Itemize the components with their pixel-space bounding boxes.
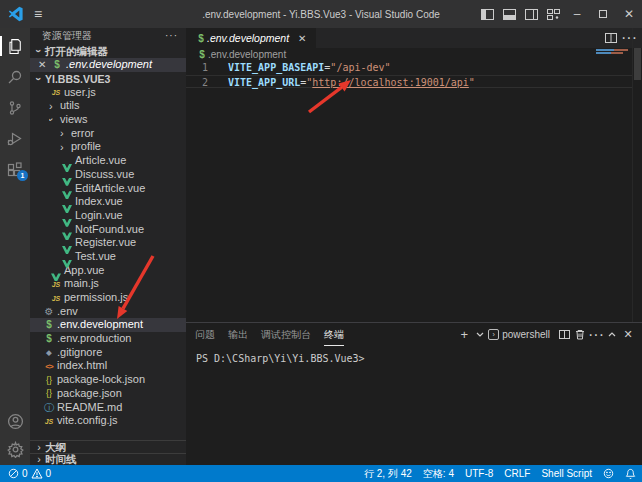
explorer-icon[interactable]: [0, 34, 30, 58]
close-icon[interactable]: ✕: [298, 33, 306, 44]
tab-env-development[interactable]: .env.development ✕: [186, 28, 316, 48]
file-name: permission.js: [64, 291, 128, 305]
outline-section[interactable]: › 大纲: [30, 440, 186, 453]
tree-item[interactable]: error: [30, 127, 186, 141]
line-number: 1: [186, 61, 208, 75]
sidebar-more-icon[interactable]: ···: [165, 28, 178, 44]
file-name: profile: [71, 140, 101, 154]
source-control-icon[interactable]: [0, 96, 30, 120]
tree-item[interactable]: user.js: [30, 86, 186, 100]
tree-item[interactable]: permission.js: [30, 291, 186, 305]
panel-tab[interactable]: 调试控制台: [261, 323, 311, 346]
split-editor-icon[interactable]: [602, 29, 620, 47]
tree-item[interactable]: vite.config.js: [30, 414, 186, 428]
toggle-secondary-sidebar-icon[interactable]: [520, 0, 542, 28]
account-icon[interactable]: [0, 409, 30, 433]
tree-item[interactable]: Index.vue: [30, 195, 186, 209]
tree-item[interactable]: EditArticle.vue: [30, 182, 186, 196]
cursor-position[interactable]: 行 2, 列 42: [364, 467, 412, 481]
powershell-icon: ›: [488, 329, 499, 340]
file-name: Test.vue: [75, 250, 116, 264]
feedback-icon[interactable]: [603, 468, 614, 479]
notifications-bell-icon[interactable]: [625, 468, 636, 480]
problems-status[interactable]: 0 0: [8, 468, 51, 479]
close-icon[interactable]: ✕: [38, 58, 50, 72]
file-icon: [42, 373, 56, 388]
terminal[interactable]: PS D:\CSharp\Yi\Yi.BBS.Vue3>: [196, 346, 632, 465]
tree-item[interactable]: package-lock.json: [30, 373, 186, 387]
toggle-sidebar-icon[interactable]: [476, 0, 498, 28]
chevron-right-icon: ›: [33, 441, 45, 454]
code-token: VITE_APP_BASEAPI: [228, 62, 324, 73]
shell-name[interactable]: powershell: [502, 329, 550, 340]
tree-item[interactable]: App.vue: [30, 264, 186, 278]
bottom-panel: 问题 输出 调试控制台 终端 + › powershell: [186, 322, 642, 465]
tree-item[interactable]: .env: [30, 305, 186, 319]
file-name: Discuss.vue: [75, 168, 134, 182]
toggle-panel-icon[interactable]: [498, 0, 520, 28]
panel-tab[interactable]: 输出: [228, 323, 248, 346]
panel-more-icon[interactable]: ···: [588, 323, 604, 346]
extensions-icon[interactable]: 1: [0, 158, 30, 182]
new-terminal-icon[interactable]: +: [456, 323, 472, 346]
minimize-button[interactable]: –: [564, 0, 590, 28]
open-editors-header[interactable]: 打开的编辑器: [30, 44, 186, 58]
tree-item[interactable]: Register.vue: [30, 236, 186, 250]
tree-item[interactable]: views: [30, 113, 186, 127]
close-panel-icon[interactable]: ✕: [620, 323, 636, 346]
open-editor-item[interactable]: ✕ .env.development: [30, 58, 186, 72]
tree-item[interactable]: profile: [30, 140, 186, 154]
settings-gear-icon[interactable]: [0, 437, 30, 461]
file-name: Index.vue: [75, 195, 123, 209]
breadcrumb-item[interactable]: .env.development: [208, 49, 286, 60]
kill-terminal-icon[interactable]: [572, 323, 588, 346]
tree-item[interactable]: Discuss.vue: [30, 168, 186, 182]
timeline-section[interactable]: › 时间线: [30, 453, 186, 466]
file-name: vite.config.js: [57, 414, 118, 428]
language-mode[interactable]: Shell Script: [541, 468, 592, 479]
terminal-dropdown-icon[interactable]: [472, 323, 488, 346]
tree-item[interactable]: NotFound.vue: [30, 223, 186, 237]
editor-scrollbar[interactable]: [632, 28, 642, 322]
encoding[interactable]: UTF-8: [465, 468, 493, 479]
tree-item[interactable]: Login.vue: [30, 209, 186, 223]
tree-item[interactable]: index.html: [30, 359, 186, 373]
search-icon[interactable]: [0, 65, 30, 89]
code-editor[interactable]: 1VITE_APP_BASEAPI="/api-dev"2VITE_APP_UR…: [186, 61, 632, 88]
eol-sequence[interactable]: CRLF: [504, 468, 530, 479]
code-line[interactable]: 2VITE_APP_URL="http://localhost:19001/ap…: [186, 75, 632, 89]
close-button[interactable]: ✕: [616, 0, 642, 28]
file-name: Register.vue: [75, 236, 136, 250]
tree-item[interactable]: README.md: [30, 401, 186, 415]
panel-tab[interactable]: 终端: [324, 323, 344, 346]
indentation[interactable]: 空格: 4: [423, 467, 454, 481]
tree-item[interactable]: utils: [30, 99, 186, 113]
vscode-logo-icon: [8, 6, 24, 22]
panel-tab[interactable]: 问题: [195, 323, 215, 346]
tree-item[interactable]: .gitignore: [30, 346, 186, 360]
customize-layout-icon[interactable]: [542, 0, 564, 28]
file-icon: [42, 332, 56, 346]
run-debug-icon[interactable]: [0, 127, 30, 151]
file-name: .env.development: [57, 318, 143, 332]
tree-item[interactable]: main.js: [30, 277, 186, 291]
folder-chevron-icon: [49, 113, 59, 126]
maximize-button[interactable]: [590, 0, 616, 28]
code-line[interactable]: 1VITE_APP_BASEAPI="/api-dev": [186, 61, 632, 75]
code-token: "/api-dev": [330, 62, 390, 73]
project-section-header[interactable]: YI.BBS.VUE3: [30, 72, 186, 86]
breadcrumb[interactable]: .env.development: [186, 48, 642, 61]
tree-item[interactable]: Test.vue: [30, 250, 186, 264]
chevron-down-icon: [33, 72, 45, 86]
menu-icon[interactable]: ≡: [34, 6, 42, 22]
file-name: utils: [60, 99, 80, 113]
split-terminal-icon[interactable]: [556, 323, 572, 346]
tree-item[interactable]: .env.production: [30, 332, 186, 346]
file-name: .gitignore: [57, 346, 102, 360]
tree-item[interactable]: Article.vue: [30, 154, 186, 168]
tree-item[interactable]: package.json: [30, 387, 186, 401]
status-bar: 0 0 行 2, 列 42 空格: 4 UTF-8 CRLF Shell Scr…: [0, 465, 642, 482]
maximize-panel-icon[interactable]: [604, 323, 620, 346]
tree-item[interactable]: .env.development: [30, 318, 186, 332]
minimap[interactable]: [596, 49, 628, 55]
